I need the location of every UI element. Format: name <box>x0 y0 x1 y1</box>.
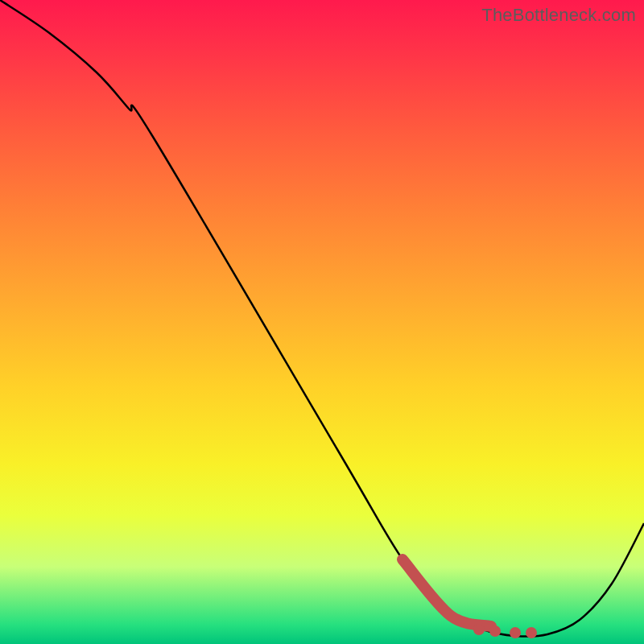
optimal-marker-dot <box>510 627 521 638</box>
bottleneck-plot <box>0 0 644 644</box>
optimal-range-highlight <box>402 559 491 626</box>
optimal-marker-dot <box>473 624 485 635</box>
optimal-marker-dot <box>526 627 537 638</box>
optimal-markers <box>473 624 537 638</box>
bottleneck-curve <box>0 0 644 637</box>
chart-canvas: TheBottleneck.com <box>0 0 644 644</box>
optimal-marker-dot <box>489 625 501 637</box>
